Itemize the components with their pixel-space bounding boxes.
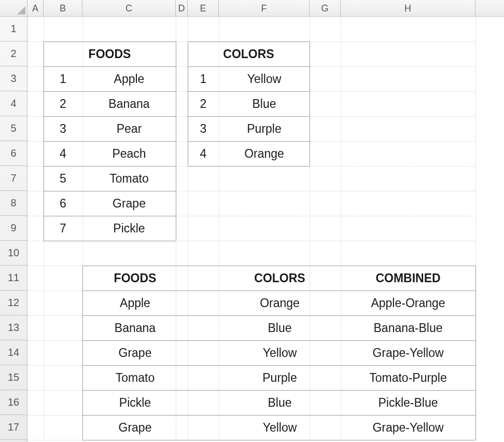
result-color-cell[interactable]: Blue <box>219 390 341 415</box>
result-color-cell[interactable]: Yellow <box>219 340 341 365</box>
result-combined-cell[interactable]: Apple-Orange <box>341 291 475 315</box>
result-row: GrapeYellowGrape-Yellow <box>27 340 504 365</box>
result-food-cell[interactable]: Tomato <box>82 365 188 390</box>
colors-item-cell[interactable]: Orange <box>219 141 310 166</box>
row-header-10[interactable]: 10 <box>0 241 27 266</box>
result-row: AppleOrangeApple-Orange <box>27 291 504 315</box>
result-color-cell[interactable]: Purple <box>219 365 341 390</box>
foods-index-cell[interactable]: 5 <box>44 166 82 191</box>
result-food-cell[interactable]: Pickle <box>82 390 188 415</box>
result-row: BananaBlueBanana-Blue <box>27 315 504 340</box>
row-header-5[interactable]: 5 <box>0 116 27 141</box>
row-header-16[interactable]: 16 <box>0 390 27 415</box>
colors-index-cell[interactable]: 2 <box>188 91 219 116</box>
row-header-8[interactable]: 8 <box>0 191 27 216</box>
colors-index-cell[interactable]: 4 <box>188 141 219 166</box>
result-row: TomatoPurpleTomato-Purple <box>27 365 504 390</box>
foods-source-row: 6Grape <box>27 191 504 216</box>
column-headers[interactable]: ABCDEFGH <box>27 0 504 17</box>
svg-marker-0 <box>17 6 25 15</box>
result-combined-cell[interactable]: Tomato-Purple <box>341 365 475 390</box>
result-row: PickleBluePickle-Blue <box>27 390 504 415</box>
colors-source-row: 1Yellow <box>27 66 504 91</box>
result-color-cell[interactable]: Orange <box>219 291 341 315</box>
result-color-cell[interactable]: Yellow <box>219 415 341 440</box>
row-header-14[interactable]: 14 <box>0 340 27 365</box>
result-combined-cell[interactable]: Grape-Yellow <box>341 340 475 365</box>
colors-source-header[interactable]: COLORS <box>188 42 310 66</box>
foods-source-row: 5Tomato <box>27 166 504 191</box>
colors-index-cell[interactable]: 1 <box>188 66 219 91</box>
result-combined-cell[interactable]: Pickle-Blue <box>341 390 475 415</box>
colors-item-cell[interactable]: Yellow <box>219 66 310 91</box>
row-11: FOODS COLORS COMBINED <box>27 266 504 291</box>
row-header-3[interactable]: 3 <box>0 66 27 91</box>
column-header-G[interactable]: G <box>310 0 341 17</box>
select-all-triangle-icon <box>17 6 25 15</box>
row-header-17[interactable]: 17 <box>0 415 27 440</box>
result-color-cell[interactable]: Blue <box>219 315 341 340</box>
row-header-6[interactable]: 6 <box>0 141 27 166</box>
select-all-corner[interactable] <box>0 0 27 17</box>
result-combined-cell[interactable]: Grape-Yellow <box>341 415 475 440</box>
column-header-C[interactable]: C <box>82 0 176 17</box>
colors-item-cell[interactable]: Blue <box>219 91 310 116</box>
foods-index-cell[interactable]: 7 <box>44 216 82 241</box>
colors-source-row: 4Orange <box>27 141 504 166</box>
column-header-E[interactable]: E <box>188 0 219 17</box>
row-header-7[interactable]: 7 <box>0 166 27 191</box>
result-combined-header[interactable]: COMBINED <box>341 266 475 291</box>
result-foods-header[interactable]: FOODS <box>82 266 188 291</box>
foods-source-header[interactable]: FOODS <box>44 42 176 66</box>
row-header-2[interactable]: 2 <box>0 42 27 66</box>
cell-grid[interactable]: FOODS COLORS 1Apple2Banana3Pear4Peach5To… <box>27 17 504 442</box>
row-header-9[interactable]: 9 <box>0 216 27 241</box>
colors-source-row: 3Purple <box>27 116 504 141</box>
row-header-4[interactable]: 4 <box>0 91 27 116</box>
row-headers[interactable]: 1234567891011121314151617 <box>0 17 27 442</box>
colors-index-cell[interactable]: 3 <box>188 116 219 141</box>
column-header-D[interactable]: D <box>176 0 188 17</box>
foods-source-row: 7Pickle <box>27 216 504 241</box>
result-combined-cell[interactable]: Banana-Blue <box>341 315 475 340</box>
row-header-13[interactable]: 13 <box>0 315 27 340</box>
result-row: GrapeYellowGrape-Yellow <box>27 415 504 440</box>
row-header-12[interactable]: 12 <box>0 291 27 315</box>
result-colors-header[interactable]: COLORS <box>219 266 341 291</box>
colors-item-cell[interactable]: Purple <box>219 116 310 141</box>
foods-index-cell[interactable]: 6 <box>44 191 82 216</box>
result-food-cell[interactable]: Grape <box>82 340 188 365</box>
colors-source-row: 2Blue <box>27 91 504 116</box>
row-header-15[interactable]: 15 <box>0 365 27 390</box>
row-header-1[interactable]: 1 <box>0 17 27 42</box>
result-food-cell[interactable]: Banana <box>82 315 188 340</box>
foods-item-cell[interactable]: Grape <box>82 191 176 216</box>
result-food-cell[interactable]: Grape <box>82 415 188 440</box>
column-header-A[interactable]: A <box>27 0 44 17</box>
row-2: FOODS COLORS <box>27 42 504 66</box>
foods-item-cell[interactable]: Pickle <box>82 216 176 241</box>
column-header-B[interactable]: B <box>44 0 82 17</box>
result-food-cell[interactable]: Apple <box>82 291 188 315</box>
column-header-F[interactable]: F <box>219 0 310 17</box>
foods-item-cell[interactable]: Tomato <box>82 166 176 191</box>
column-header-H[interactable]: H <box>341 0 475 17</box>
row-header-11[interactable]: 11 <box>0 266 27 291</box>
spreadsheet[interactable]: ABCDEFGH 1234567891011121314151617 FOODS… <box>0 0 504 442</box>
